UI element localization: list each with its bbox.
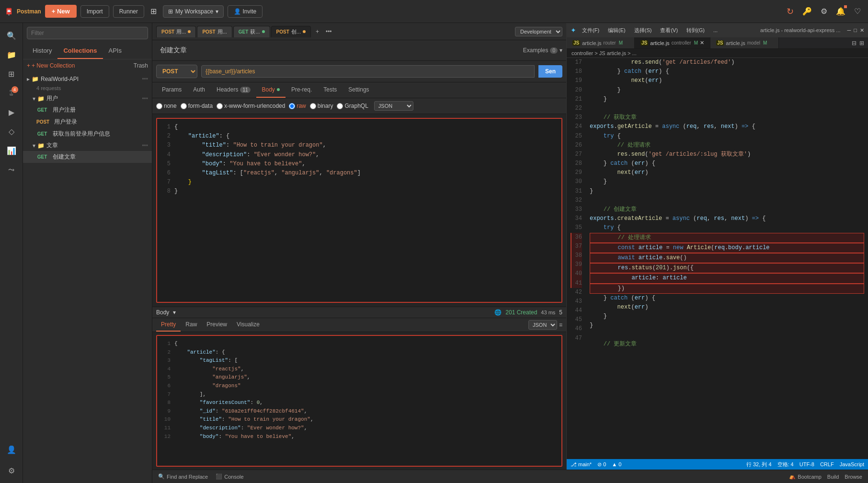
runner-button[interactable]: Runner — [113, 5, 144, 18]
chevron-down-icon[interactable]: ▾ — [173, 309, 176, 316]
body-format-selector[interactable]: JSON Text JavaScript — [374, 101, 413, 111]
status-spaces[interactable]: 空格: 4 — [777, 461, 794, 468]
wrap-icon[interactable]: ≡ — [559, 322, 562, 328]
filter-input[interactable] — [27, 27, 148, 39]
more-tabs-button[interactable]: ••• — [324, 26, 334, 37]
sidebar-icon-settings[interactable]: ⚙ — [3, 462, 20, 479]
body-none-option[interactable]: none — [156, 103, 177, 109]
folder-users[interactable]: ▾ 📁 用户 ••• — [23, 93, 152, 104]
vs-tab-controller[interactable]: JS article.js controller M ✕ — [635, 37, 710, 48]
new-button[interactable]: + New — [45, 5, 77, 18]
body-raw-option[interactable]: raw — [289, 103, 306, 109]
req-tab-1[interactable]: POST 用... — [197, 26, 232, 37]
folder-more-icon[interactable]: ••• — [142, 95, 148, 102]
endpoint-login[interactable]: POST 用户登录 — [23, 116, 152, 128]
req-tab-3[interactable]: POST 创... — [271, 26, 311, 37]
request-body-editor[interactable]: 1{ 2 "article": { 3 "title": "How to tra… — [156, 118, 562, 303]
trash-button[interactable]: Trash — [134, 62, 148, 69]
sidebar-icon-mock[interactable]: ◇ — [3, 123, 20, 140]
menu-file[interactable]: 文件(F) — [579, 26, 602, 35]
resp-tab-pretty[interactable]: Pretty — [156, 318, 181, 332]
menu-view[interactable]: 查看(V) — [657, 26, 681, 35]
sidebar-icon-flow[interactable]: ⤳ — [3, 161, 20, 178]
sidebar-icon-monitor[interactable]: 📊 — [3, 142, 20, 159]
tab-collections[interactable]: Collections — [57, 43, 103, 59]
resp-tab-visualize[interactable]: Visualize — [232, 318, 264, 332]
tab-auth[interactable]: Auth — [187, 82, 211, 98]
tab-prereq[interactable]: Pre-req. — [286, 82, 318, 98]
status-branch[interactable]: ⎇ main* — [571, 461, 592, 468]
invite-button[interactable]: 👤 Invite — [228, 5, 263, 18]
sidebar-icon-collections[interactable]: 📁 — [3, 46, 20, 63]
split-editor-icon[interactable]: ⊟ — [852, 40, 857, 46]
endpoint-current-user[interactable]: GET 获取当前登录用户信息 — [23, 128, 152, 140]
vs-tab-router[interactable]: JS article.js router M ✕ — [567, 37, 635, 48]
status-language[interactable]: JavaScript — [840, 461, 864, 468]
folder-articles[interactable]: ▾ 📁 文章 ••• — [23, 140, 152, 151]
refresh-icon[interactable]: ↻ — [784, 4, 796, 19]
collection-item-realworld[interactable]: ▸ 📁 RealWorld-API ••• — [23, 74, 152, 84]
console-button[interactable]: ⬛ Console — [216, 473, 243, 480]
menu-edit[interactable]: 编辑(E) — [605, 26, 628, 35]
send-button[interactable]: Sen — [538, 65, 562, 78]
status-errors[interactable]: ⊘ 0 — [597, 461, 606, 468]
status-warnings[interactable]: ▲ 0 — [612, 461, 621, 467]
settings-icon[interactable]: ⚙ — [818, 4, 830, 18]
more-icon[interactable]: ••• — [142, 76, 148, 82]
minimize-icon[interactable]: ─ — [847, 27, 851, 33]
tab-apis[interactable]: APIs — [103, 43, 127, 59]
sidebar-icon-person[interactable]: 👤 — [3, 441, 20, 458]
status-line-ending[interactable]: CRLF — [820, 461, 834, 468]
tab-body[interactable]: Body — [256, 82, 286, 98]
response-body[interactable]: 1{ 2 "article": { 3 "tagList": [ 4 "reac… — [156, 335, 562, 467]
view-toggle-icon[interactable]: ⊞ — [148, 4, 159, 18]
body-graphql-option[interactable]: GraphQL — [337, 103, 368, 109]
import-button[interactable]: Import — [80, 5, 109, 18]
url-input[interactable] — [201, 65, 535, 78]
status-encoding[interactable]: UTF-8 — [799, 461, 814, 468]
maximize-icon[interactable]: □ — [854, 27, 857, 33]
sidebar-icon-api[interactable]: ⊞ — [3, 65, 20, 82]
status-line-col[interactable]: 行 32, 列 4 — [746, 461, 772, 468]
find-replace-button[interactable]: 🔍 Find and Replace — [158, 473, 208, 480]
tab-settings[interactable]: Settings — [343, 82, 375, 98]
heart-icon[interactable]: ♡ — [852, 4, 863, 18]
workspace-selector[interactable]: ⊞ My Workspace ▾ — [163, 5, 224, 18]
build-button[interactable]: Build — [827, 473, 839, 480]
folder-more-icon[interactable]: ••• — [142, 142, 148, 149]
code-main[interactable]: 1718192021 2223242526 2728293031 3233343… — [567, 58, 868, 459]
tab-params[interactable]: Params — [156, 82, 187, 98]
sidebar-icon-search[interactable]: 🔍 — [3, 27, 20, 44]
sidebar-icon-run[interactable]: ▶ — [3, 104, 20, 121]
add-tab-button[interactable]: + — [312, 26, 323, 37]
key-icon[interactable]: 🔑 — [800, 4, 814, 18]
resp-tab-raw[interactable]: Raw — [181, 318, 202, 332]
vs-tab-model[interactable]: JS article.js model M ✕ — [710, 37, 779, 48]
menu-more[interactable]: ... — [710, 26, 720, 34]
body-binary-option[interactable]: binary — [310, 103, 333, 109]
endpoint-register[interactable]: GET 用户注册 — [23, 104, 152, 116]
env-selector[interactable]: Development — [515, 27, 562, 36]
tab-history[interactable]: History — [27, 43, 57, 59]
tab-tests[interactable]: Tests — [318, 82, 343, 98]
endpoint-create-article[interactable]: GET 创建文章 — [23, 151, 152, 163]
resp-tab-preview[interactable]: Preview — [202, 318, 232, 332]
close-tab-icon[interactable]: ✕ — [700, 40, 704, 46]
browse-button[interactable]: Browse — [845, 473, 862, 480]
body-urlencoded-option[interactable]: x-www-form-urlencoded — [217, 103, 285, 109]
sidebar-icon-git[interactable]: ⑄ 4 — [3, 84, 20, 102]
response-format-selector[interactable]: JSON — [528, 320, 557, 330]
menu-goto[interactable]: 转到(G) — [684, 26, 708, 35]
close-icon[interactable]: ✕ — [860, 27, 864, 34]
bootcamp-button[interactable]: ⛺ Bootcamp — [789, 473, 822, 480]
new-collection-button[interactable]: + + New Collection — [27, 62, 75, 69]
body-form-data-option[interactable]: form-data — [181, 103, 213, 109]
menu-select[interactable]: 选择(S) — [631, 26, 655, 35]
layout-icon[interactable]: ⊞ — [859, 40, 864, 46]
chevron-down-icon[interactable]: ▾ — [560, 47, 562, 54]
bell-icon[interactable]: 🔔 — [834, 4, 848, 18]
method-selector[interactable]: POST GET PUT DELETE — [156, 65, 197, 78]
req-tab-0[interactable]: POST 用... — [156, 26, 196, 37]
tab-headers[interactable]: Headers 11 — [211, 82, 256, 98]
req-tab-2[interactable]: GET 获... — [233, 26, 270, 37]
